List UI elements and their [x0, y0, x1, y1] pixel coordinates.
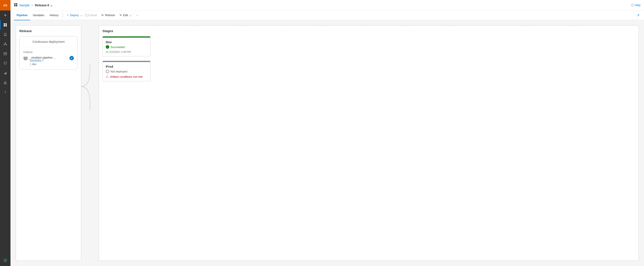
stage-timestamp-dev: on 3/2/2020, 3:38 PM [106, 50, 147, 54]
edit-button[interactable]: ✎ Edit ⌄ [117, 13, 134, 18]
deploy-chevron-icon: ⌄ [80, 14, 82, 17]
svg-rect-24 [24, 58, 28, 59]
chevron-down-icon[interactable]: ⌄ [50, 4, 53, 7]
sidebar-icon-testplans[interactable] [0, 58, 10, 68]
plus-icon: + [67, 14, 69, 17]
stage-body-dev: Dev ✓ Succeeded on 3/2/2020, 3:38 PM [103, 38, 150, 56]
flow-connector [81, 25, 99, 134]
breadcrumb-separator: > [31, 4, 33, 7]
svg-rect-1 [6, 23, 7, 25]
artifact-info: _ninallam.pipeline.... 20200302.7 ⌷ dev [30, 56, 68, 66]
release-name: Release-5 ⌄ [35, 4, 53, 7]
cancel-button[interactable]: ⃠ Cancel [85, 12, 99, 18]
tab-variables[interactable]: Variables [30, 11, 47, 20]
sidebar: AS [0, 0, 10, 266]
help-button[interactable]: ⓘ Help [631, 3, 640, 7]
canvas: Release Continuous deployment Artifacts … [10, 20, 644, 266]
refresh-icon: ↻ [101, 14, 104, 17]
project-name[interactable]: Sample [19, 4, 30, 7]
svg-rect-11 [4, 74, 5, 74]
sidebar-icon-repos[interactable] [0, 30, 10, 39]
artifacts-label: Artifacts [23, 51, 74, 54]
sidebar-icon-pipelines[interactable] [0, 39, 10, 49]
svg-rect-7 [4, 52, 6, 55]
sidebar-icon-more2[interactable] [0, 87, 10, 97]
artifact-version[interactable]: 20200302.7 [30, 59, 68, 62]
stages-section-title: Stages [102, 29, 635, 33]
branch-icon: ⌷ [30, 63, 31, 66]
refresh-button[interactable]: ↻ Refresh [99, 13, 117, 18]
svg-rect-12 [5, 73, 6, 74]
svg-rect-20 [16, 3, 17, 4]
success-check-icon: ✓ [106, 45, 109, 49]
app-grid-icon [14, 3, 18, 7]
not-deployed-circle-icon [106, 70, 109, 73]
tab-history[interactable]: History [47, 11, 61, 20]
expand-button[interactable]: ➚ [636, 12, 640, 18]
svg-point-16 [5, 91, 6, 92]
svg-point-17 [5, 92, 6, 92]
stages-section: Stages Dev ✓ Succeeded on 3/2/2020, 3:38… [99, 25, 639, 261]
help-circle-icon: ⓘ [631, 3, 634, 7]
edit-chevron-icon: ⌄ [129, 14, 132, 17]
svg-rect-19 [14, 3, 16, 4]
svg-rect-3 [6, 25, 7, 26]
artifact-badge: ⚡ [70, 56, 74, 60]
pencil-icon: ✎ [120, 14, 122, 17]
header: Sample > Release-5 ⌄ ⓘ Help [10, 0, 644, 10]
stage-card-dev[interactable]: Dev ✓ Succeeded on 3/2/2020, 3:38 PM [102, 36, 150, 56]
sidebar-icon-deploy[interactable] [0, 78, 10, 87]
sidebar-icon-boards[interactable] [0, 20, 10, 30]
artifact-row: _ninallam.pipeline.... 20200302.7 ⌷ dev … [23, 56, 74, 66]
stage-warning-prod: ⚠ Artifact conditions not met [106, 75, 147, 78]
warning-icon: ⚠ [106, 75, 108, 78]
sidebar-icon-security[interactable] [0, 256, 10, 265]
main-content: Sample > Release-5 ⌄ ⓘ Help Pipeline Var… [10, 0, 644, 266]
release-section-title: Release [20, 29, 78, 33]
stage-status-dev: ✓ Succeeded [106, 45, 147, 49]
deploy-button[interactable]: + Deploy ⌄ [65, 13, 85, 18]
svg-rect-13 [6, 72, 6, 74]
svg-point-15 [5, 84, 6, 84]
stage-name-dev: Dev [106, 40, 147, 44]
sidebar-icon-artifacts[interactable] [0, 49, 10, 58]
svg-rect-22 [16, 5, 17, 6]
svg-point-4 [5, 42, 6, 44]
svg-rect-10 [4, 74, 4, 74]
artifact-download-icon [23, 56, 28, 62]
svg-point-6 [4, 44, 4, 45]
stage-card-prod[interactable]: Prod Not deployed ⚠ Artifact conditions … [102, 61, 150, 81]
artifact-branch: ⌷ dev [30, 63, 68, 66]
artifact-name: _ninallam.pipeline.... [30, 56, 68, 59]
sidebar-icon-add[interactable] [0, 10, 10, 20]
svg-rect-21 [14, 5, 16, 6]
stage-body-prod: Prod Not deployed ⚠ Artifact conditions … [103, 62, 150, 81]
stage-name-prod: Prod [106, 65, 147, 68]
svg-rect-0 [4, 23, 5, 25]
release-section: Release Continuous deployment Artifacts … [16, 25, 81, 261]
tab-pipeline[interactable]: Pipeline [14, 11, 30, 20]
svg-rect-23 [24, 57, 28, 58]
sidebar-icon-library[interactable] [0, 68, 10, 78]
toolbar-divider [63, 13, 63, 18]
svg-point-5 [6, 44, 7, 45]
svg-rect-2 [4, 25, 5, 26]
user-avatar[interactable]: AS [0, 0, 10, 10]
deployment-type: Continuous deployment [23, 40, 74, 47]
svg-point-18 [5, 93, 6, 93]
toolbar: Pipeline Variables History + Deploy ⌄ ⃠ … [10, 10, 644, 20]
stage-status-prod: Not deployed [106, 70, 147, 73]
more-options-button[interactable]: ··· [134, 13, 141, 18]
deployment-card: Continuous deployment Artifacts _ninalla… [20, 36, 78, 70]
breadcrumb: Sample > Release-5 ⌄ [19, 4, 53, 7]
